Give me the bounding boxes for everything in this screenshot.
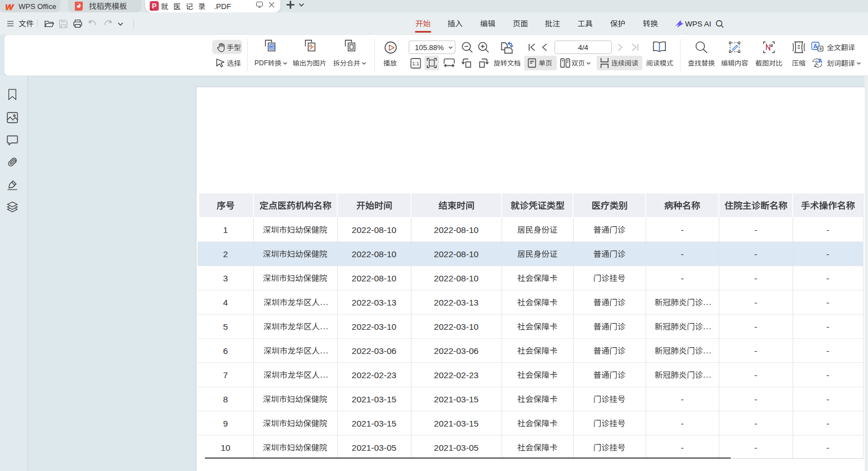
svg-text:A: A — [818, 58, 822, 64]
svg-text:P: P — [152, 2, 156, 10]
svg-text:A: A — [813, 43, 818, 50]
svg-text:1:1: 1:1 — [412, 61, 419, 66]
svg-text:W: W — [6, 2, 14, 11]
